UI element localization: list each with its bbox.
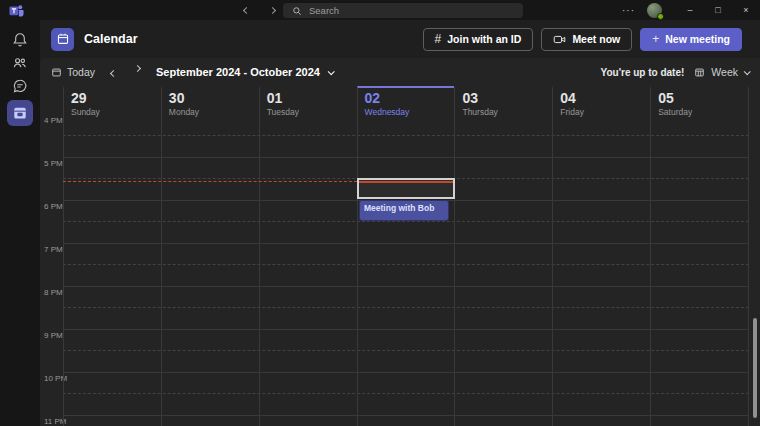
chevron-down-icon (744, 68, 751, 75)
camera-icon (553, 33, 566, 46)
search-placeholder: Search (309, 5, 339, 16)
forward-chevron-icon[interactable] (267, 4, 277, 16)
day-date: 03 (462, 90, 552, 106)
current-time-line-solid (359, 181, 453, 183)
maximize-button[interactable]: □ (704, 0, 732, 20)
calendar-app-icon (51, 28, 74, 51)
day-date: 05 (658, 90, 748, 106)
day-name: Tuesday (267, 107, 357, 117)
new-meeting-button[interactable]: + New meeting (640, 28, 742, 51)
more-options-icon[interactable]: ··· (622, 5, 635, 16)
today-button[interactable]: Today (51, 66, 95, 78)
bell-icon (12, 32, 28, 48)
day-name: Sunday (71, 107, 161, 117)
hour-label: 6 PM (44, 202, 63, 211)
avatar[interactable] (647, 3, 662, 18)
close-button[interactable]: × (732, 0, 760, 20)
today-calendar-icon (51, 67, 62, 78)
hour-label: 4 PM (44, 118, 63, 125)
sidebar-item-chat[interactable] (7, 77, 33, 94)
day-header-row: 29 Sunday 30 Monday 01 Tuesday 02 (63, 86, 749, 118)
next-week-chevron-icon[interactable] (135, 66, 140, 78)
calendar-icon (12, 105, 28, 121)
calendar-header: Calendar # Join with an ID Meet now (40, 20, 760, 58)
titlebar-right: ··· – □ × (622, 0, 760, 20)
view-switcher[interactable]: Week (694, 66, 749, 78)
people-group-icon (12, 55, 28, 71)
status-text: You're up to date! (600, 67, 684, 78)
page-title: Calendar (84, 32, 138, 46)
day-name: Wednesday (365, 107, 455, 117)
meet-now-button[interactable]: Meet now (541, 28, 632, 51)
back-chevron-icon[interactable] (241, 4, 251, 16)
day-date: 01 (267, 90, 357, 106)
day-name: Monday (169, 107, 259, 117)
calendar-pane: Today September 2024 - October 2024 You'… (40, 58, 760, 426)
chat-bubble-icon (12, 78, 28, 94)
toolbar-right: You're up to date! Week (600, 66, 749, 78)
calendar-event[interactable]: Meeting with Bob (359, 200, 449, 221)
prev-week-chevron-icon[interactable] (111, 66, 116, 78)
day-column[interactable] (259, 118, 357, 426)
search-input[interactable]: Search (283, 3, 523, 18)
week-view-icon (694, 67, 705, 78)
header-buttons: # Join with an ID Meet now + New meeting (423, 28, 742, 51)
hour-label: 8 PM (44, 288, 63, 297)
plus-icon: + (652, 32, 659, 46)
current-time-line-dashed (63, 181, 357, 182)
day-column[interactable] (161, 118, 259, 426)
minimize-button[interactable]: – (676, 0, 704, 20)
title-bar: Search ··· – □ × (0, 0, 760, 20)
sidebar-item-teams[interactable] (7, 54, 33, 71)
date-range-picker[interactable]: September 2024 - October 2024 (156, 66, 333, 78)
sidebar-item-activity[interactable] (7, 31, 33, 48)
teams-window: Search ··· – □ × (0, 0, 760, 426)
day-date: 04 (560, 90, 650, 106)
day-column[interactable] (650, 118, 749, 426)
day-column[interactable] (454, 118, 552, 426)
day-header[interactable]: 02 Wednesday (357, 86, 455, 118)
join-with-id-button[interactable]: # Join with an ID (423, 28, 534, 51)
main-panel: Calendar # Join with an ID Meet now (40, 20, 760, 426)
day-columns (63, 118, 749, 426)
sidebar-item-calendar[interactable] (7, 100, 33, 126)
teams-logo-icon (9, 3, 24, 17)
hour-label: 9 PM (44, 331, 63, 340)
day-name: Thursday (462, 107, 552, 117)
app-rail (0, 20, 40, 426)
presence-available-dot (657, 13, 664, 20)
chevron-down-icon (328, 68, 335, 75)
day-date: 30 (169, 90, 259, 106)
day-header[interactable]: 03 Thursday (454, 86, 552, 118)
week-nav (111, 66, 140, 78)
calendar-toolbar: Today September 2024 - October 2024 You'… (40, 58, 760, 86)
calendar-grid: 4 PM 5 PM 6 PM 7 PM (40, 118, 760, 426)
day-date: 29 (71, 90, 161, 106)
day-column[interactable] (63, 118, 161, 426)
day-header[interactable]: 05 Saturday (650, 86, 749, 118)
day-header[interactable]: 04 Friday (552, 86, 650, 118)
day-header[interactable]: 30 Monday (161, 86, 259, 118)
day-column[interactable] (357, 118, 455, 426)
history-nav (241, 0, 277, 20)
hash-icon: # (435, 32, 442, 46)
hour-label: 5 PM (44, 159, 63, 168)
vertical-scrollbar[interactable] (753, 318, 757, 418)
day-column[interactable] (552, 118, 650, 426)
selected-time-slot[interactable] (357, 178, 455, 199)
day-date: 02 (365, 90, 455, 106)
hour-label: 7 PM (44, 245, 63, 254)
day-header[interactable]: 01 Tuesday (259, 86, 357, 118)
search-icon (292, 6, 302, 16)
day-header[interactable]: 29 Sunday (63, 86, 161, 118)
day-name: Friday (560, 107, 650, 117)
day-name: Saturday (658, 107, 748, 117)
